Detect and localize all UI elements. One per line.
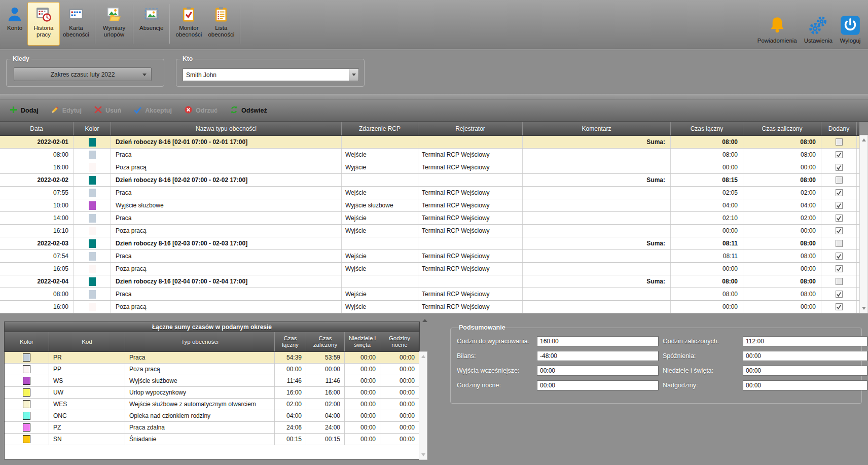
color-swatch[interactable] [23, 435, 30, 443]
attendance-entry-row[interactable]: 07:55PracaWejścieTerminal RCP Wejściowy0… [0, 187, 859, 199]
column-header-czas-zaliczony[interactable]: Czas zaliczony [306, 332, 345, 351]
column-header-data[interactable]: Data [0, 122, 74, 135]
cell-czas-laczny: 08:15 [671, 174, 743, 186]
cell-czas-zaliczony: 08:00 [743, 237, 821, 249]
toolbar-button-absencje[interactable]: Absencje [136, 2, 167, 46]
totals-row[interactable]: SNŚniadanie00:1500:1500:0000:00 [5, 434, 419, 445]
scroll-up-icon[interactable] [862, 138, 866, 141]
attendance-entry-row[interactable]: 08:00PracaWejścieTerminal RCP Wejściowy0… [0, 288, 859, 301]
column-header-komentarz[interactable]: Komentarz [523, 122, 671, 135]
toolbar-button-historia-pracy[interactable]: Historia pracy [27, 2, 60, 46]
field-input-godzin-do-wypracowania[interactable] [537, 336, 659, 346]
column-header-nazwa-typu-obecnosci[interactable]: Nazwa typu obecności [111, 122, 342, 135]
dodany-checkbox[interactable] [836, 176, 843, 184]
scroll-down-icon[interactable] [862, 307, 866, 310]
dodany-checkbox[interactable] [836, 253, 843, 260]
totals-row[interactable]: WSWyjście służbowe11:4611:4600:0000:00 [5, 375, 419, 387]
color-swatch[interactable] [23, 412, 30, 420]
toolbar-button-wyloguj[interactable]: Wyloguj [838, 14, 863, 45]
dodany-checkbox[interactable] [836, 189, 843, 196]
action-button-dodaj[interactable]: Dodaj [4, 103, 44, 118]
toolbar-button-label: Monitor obecności [175, 25, 202, 38]
dodany-checkbox[interactable] [836, 202, 843, 209]
dodany-checkbox[interactable] [836, 214, 843, 222]
scroll-down-icon[interactable] [421, 453, 425, 456]
toolbar-button-wymiary-urlopow[interactable]: Wymiary urlopów [98, 2, 130, 46]
dodany-checkbox[interactable] [836, 138, 843, 146]
dodany-checkbox[interactable] [836, 291, 843, 298]
attendance-entry-row[interactable]: 16:10Poza pracąWyjścieTerminal RCP Wejśc… [0, 225, 859, 237]
totals-row[interactable]: WESWejście służbowe z automatycznym otwa… [5, 399, 419, 410]
totals-table-scrollbar[interactable] [419, 351, 427, 460]
field-input-bilans[interactable] [537, 351, 659, 361]
person-icon [6, 5, 24, 23]
totals-row[interactable]: ONCOpieka nad członkiem rodziny04:0004:0… [5, 410, 419, 422]
cell-czas-zaliczony: 08:00 [743, 149, 821, 161]
dodany-checkbox[interactable] [836, 240, 843, 247]
field-input-godzin-zaliczonych[interactable] [743, 336, 867, 346]
pane-splitter-handle[interactable] [422, 319, 427, 322]
cell-zdarzenie-rcp: Wyjście [342, 263, 418, 275]
attendance-entry-row[interactable]: 08:00PracaWejścieTerminal RCP Wejściowy0… [0, 149, 859, 161]
dodany-checkbox[interactable] [836, 227, 843, 234]
totals-row[interactable]: UWUrlop wypoczynkowy16:0016:0000:0000:00 [5, 387, 419, 399]
attendance-entry-row[interactable]: 16:00Poza pracąWyjścieTerminal RCP Wejśc… [0, 301, 859, 313]
time-range-dropdown[interactable]: Zakres czasu: luty 2022 [14, 67, 152, 81]
totals-row[interactable]: PRPraca54:3953:5900:0000:00 [5, 352, 419, 364]
field-input-wyjscia-wczesniejsze[interactable] [537, 366, 659, 376]
column-header-rejestrator[interactable]: Rejestrator [418, 122, 523, 135]
column-header-niedziele-i-swieta[interactable]: Niedziele i święta [345, 332, 380, 351]
color-swatch[interactable] [23, 400, 30, 408]
color-swatch[interactable] [23, 353, 30, 362]
toolbar-button-karta-obecnosci[interactable]: Karta obecności [60, 2, 92, 46]
cell-zdarzenie-rcp [342, 174, 418, 186]
column-header-czas-laczny[interactable]: Czas łączny [275, 332, 306, 351]
field-input-niedziele-i-swieta[interactable] [743, 366, 867, 376]
toolbar-button-monitor-obecnosci[interactable]: Monitor obecności [172, 2, 205, 46]
dodany-checkbox[interactable] [836, 265, 843, 272]
podsumowanie-panel: Podsumowanie Godzin do wypracowania:Godz… [450, 328, 862, 404]
field-input-nadgodziny[interactable] [743, 380, 867, 390]
column-header-czas-zaliczony[interactable]: Czas zaliczony [743, 122, 821, 135]
column-header-czas-laczny[interactable]: Czas łączny [671, 122, 743, 135]
toolbar-button-ustawienia[interactable]: Ustawienia [802, 14, 835, 45]
totals-row[interactable]: PPPoza pracą00:0000:0000:0000:00 [5, 364, 419, 375]
toolbar-button-lista-obecnosci[interactable]: Lista obecności [205, 2, 237, 46]
dodany-checkbox[interactable] [836, 164, 843, 171]
dodany-checkbox[interactable] [836, 303, 843, 310]
column-header-typ-obecnosci[interactable]: Typ obecności [125, 332, 275, 351]
attendance-entry-row[interactable]: 07:54PracaWejścieTerminal RCP Wejściowy0… [0, 250, 859, 263]
employee-combobox[interactable]: Smith John [183, 68, 359, 81]
field-input-spoznienia[interactable] [743, 351, 867, 361]
column-header-kod[interactable]: Kod [49, 332, 125, 351]
attendance-entry-row[interactable]: 14:00PracaWejścieTerminal RCP Wejściowy0… [0, 212, 859, 225]
attendance-day-row[interactable]: 2022-02-01Dzień roboczy 8-16 [02-01 07:0… [0, 136, 859, 149]
color-swatch[interactable] [23, 388, 30, 397]
column-header-kolor[interactable]: Kolor [74, 122, 111, 135]
column-header-dodany[interactable]: Dodany [821, 122, 857, 135]
toolbar-button-konto[interactable]: Konto [2, 2, 27, 46]
attendance-day-row[interactable]: 2022-02-02Dzień roboczy 8-16 [02-02 07:0… [0, 174, 859, 187]
action-button-odswiez[interactable]: Odśwież [225, 103, 272, 118]
attendance-day-row[interactable]: 2022-02-04Dzień roboczy 8-16 [02-04 07:0… [0, 275, 859, 288]
field-input-godziny-nocne[interactable] [537, 380, 659, 390]
dodany-checkbox[interactable] [836, 278, 843, 285]
column-header-kolor[interactable]: Kolor [5, 332, 49, 351]
attendance-entry-row[interactable]: 16:05Poza pracąWyjścieTerminal RCP Wejśc… [0, 263, 859, 275]
column-header-godziny-nocne[interactable]: Godziny nocne [380, 332, 419, 351]
main-table-scrollbar[interactable] [859, 135, 868, 313]
combobox-dropdown-button[interactable] [349, 69, 358, 81]
totals-row[interactable]: PZPraca zdalna24:0624:0000:0000:00 [5, 422, 419, 434]
color-swatch[interactable] [23, 377, 30, 385]
attendance-day-row[interactable]: 2022-02-03Dzień roboczy 8-16 [02-03 07:0… [0, 237, 859, 250]
dodany-checkbox[interactable] [836, 151, 843, 158]
color-swatch[interactable] [23, 365, 30, 373]
color-swatch [89, 239, 96, 248]
scroll-up-icon[interactable] [421, 355, 425, 358]
color-swatch[interactable] [23, 423, 30, 432]
attendance-entry-row[interactable]: 16:00Poza pracąWyjścieTerminal RCP Wejśc… [0, 161, 859, 174]
toolbar-button-powiadomienia[interactable]: Powiadomienia [755, 14, 799, 45]
column-header-zdarzenie-rcp[interactable]: Zdarzenie RCP [342, 122, 418, 135]
attendance-entry-row[interactable]: 10:00Wyjście służboweWyjście służboweTer… [0, 199, 859, 212]
cell-komentarz [523, 149, 671, 161]
